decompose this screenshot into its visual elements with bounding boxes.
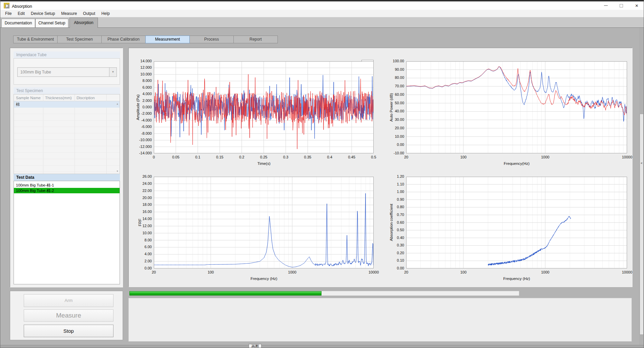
y-tick-label: -6.000 (133, 125, 152, 129)
impedance-tube-group: 100mm Big Tube ▼ (14, 58, 120, 85)
y-tick-label: 12.000 (133, 65, 152, 69)
list-item[interactable]: 100mm Big Tube-棉-1 (14, 182, 120, 188)
chevron-down-icon[interactable]: ▼ (109, 68, 117, 77)
sidebar-panel: Impendace Tube 100mm Big Tube ▼ Test Spe… (10, 48, 123, 287)
subtab-test-specimen[interactable]: Test Specimen (57, 36, 102, 43)
y-tick-label: 4.000 (133, 92, 152, 96)
y-tick-label: -10.000 (133, 138, 152, 142)
tab-channel-setup[interactable]: Channel Setup (35, 19, 68, 28)
menu-device-setup[interactable]: Device Setup (28, 10, 58, 17)
scroll-up-icon[interactable]: ▲ (116, 103, 119, 105)
menu-bar: File Edit Device Setup Measure Output He… (0, 10, 644, 17)
table-row-empty[interactable] (14, 159, 120, 166)
y-tick-label: 4.00 (133, 252, 152, 256)
chart-canvas (406, 177, 627, 268)
arm-button[interactable]: Arm (24, 294, 113, 307)
collapse-left-icon[interactable]: < (639, 161, 644, 165)
table-row-empty[interactable] (14, 108, 120, 114)
list-item-selected[interactable]: 100mm Big Tube-棉-2 (14, 188, 120, 193)
y-tick-label: 0.60 (385, 220, 404, 224)
table-row[interactable]: 棉 (14, 101, 120, 108)
subtab-phase-calibration[interactable]: Phase Calibration (101, 36, 146, 43)
table-row-empty[interactable] (14, 153, 120, 159)
column-thickness: Thickness(mm) (43, 94, 72, 101)
test-data-list[interactable]: 100mm Big Tube-棉-1 100mm Big Tube-棉-2 (14, 181, 120, 284)
table-row-empty[interactable] (14, 121, 120, 127)
chart-canvas (154, 177, 374, 268)
table-row-empty[interactable] (14, 133, 120, 140)
frf-chart: FRF Frequency (Hz) 26.0024.0022.0020.001… (132, 172, 387, 285)
x-tick-label: 100 (201, 270, 221, 274)
y-tick-label: 20.00 (385, 126, 404, 130)
y-tick-label: 20.00 (133, 196, 152, 200)
column-discription: Discription (75, 94, 95, 101)
x-tick-label: 0.25 (254, 155, 274, 159)
table-row-empty[interactable] (14, 114, 120, 121)
y-tick-label: 0.10 (385, 258, 404, 262)
menu-help[interactable]: Help (98, 10, 113, 17)
tube-select-dropdown[interactable]: 100mm Big Tube ▼ (17, 67, 117, 77)
table-row-empty[interactable] (14, 140, 120, 146)
y-tick-label: 100.00 (385, 59, 404, 63)
table-row-empty[interactable] (14, 146, 120, 153)
maximize-button[interactable] (614, 1, 629, 10)
chart-canvas (406, 61, 627, 153)
y-tick-label: 6.000 (133, 85, 152, 89)
menu-edit[interactable]: Edit (15, 10, 28, 17)
application-window: Absorption ✕ File Edit Device Setup Meas… (0, 0, 644, 348)
close-button[interactable]: ✕ (629, 1, 644, 10)
y-tick-label: 90.00 (385, 67, 404, 71)
tab-documentation[interactable]: Documentation (1, 19, 35, 28)
absorption-chart-x-label: Frequency (Hz) (503, 277, 530, 281)
stop-button[interactable]: Stop (24, 325, 113, 337)
x-tick-label: 1000 (535, 155, 555, 159)
subtab-process[interactable]: Process (189, 36, 234, 43)
subtab-report[interactable]: Report (233, 36, 278, 43)
y-tick-label: 0.70 (385, 213, 404, 217)
y-tick-label: 10.000 (133, 72, 152, 76)
x-tick-label: 0.2 (232, 155, 252, 159)
table-row-empty[interactable] (14, 166, 120, 172)
y-tick-label: 18.00 (133, 202, 152, 206)
y-tick-label: 70.00 (385, 84, 404, 88)
y-tick-label: 0.00 (133, 266, 152, 270)
scroll-down-icon[interactable]: ▼ (116, 170, 119, 172)
test-specimen-header: Test Specimen (14, 87, 120, 94)
table-row-empty[interactable] (14, 127, 120, 133)
x-tick-label: 100 (453, 270, 474, 274)
x-tick-label: 20 (396, 270, 416, 274)
y-tick-label: 6.00 (133, 245, 152, 249)
measure-button[interactable]: Measure (24, 309, 113, 322)
y-tick-label: 2.000 (133, 99, 152, 103)
menu-measure[interactable]: Measure (58, 10, 80, 17)
auto-power-chart: Auto Power (dB) Frequency(Hz) Mic 1 Mic … (387, 55, 640, 170)
impedance-tube-header: Impendace Tube (14, 51, 120, 58)
tube-select-value: 100mm Big Tube (20, 70, 51, 74)
y-tick-label: 40.00 (385, 109, 404, 113)
subtab-measurement[interactable]: Measurement (145, 36, 190, 43)
series-mic-2 (406, 66, 627, 118)
menu-output[interactable]: Output (80, 10, 98, 17)
y-tick-label: 0.80 (385, 205, 404, 209)
x-tick-label: 20 (396, 155, 416, 159)
series-mic-1 (406, 67, 627, 122)
frf-chart-x-label: Frequency (Hz) (250, 277, 277, 281)
y-tick-label: 1.10 (385, 182, 404, 186)
x-tick-label: 0.1 (188, 155, 208, 159)
y-tick-label: 2.00 (133, 259, 152, 263)
y-tick-label: 8.00 (133, 238, 152, 242)
x-tick-label: 0.35 (297, 155, 318, 159)
right-scrollbar-thumb[interactable] (640, 114, 644, 335)
tab-absorption[interactable]: Absorption (69, 18, 98, 28)
menu-file[interactable]: File (2, 10, 15, 17)
close-icon: ✕ (635, 4, 638, 8)
progress-bar (129, 291, 519, 296)
test-specimen-table[interactable]: Sample Name Thickness(mm) Discription 棉 … (14, 94, 120, 174)
test-data-header: Test Data (14, 174, 120, 181)
time-chart-x-label: Time(s) (257, 161, 271, 166)
y-tick-label: 10.00 (133, 231, 152, 235)
y-tick-label: -10.00 (385, 151, 404, 155)
bottom-tab-draw[interactable]: 画图 (249, 344, 262, 348)
minimize-button[interactable] (598, 1, 614, 10)
subtab-tube-environment[interactable]: Tube & Environment (13, 36, 58, 43)
